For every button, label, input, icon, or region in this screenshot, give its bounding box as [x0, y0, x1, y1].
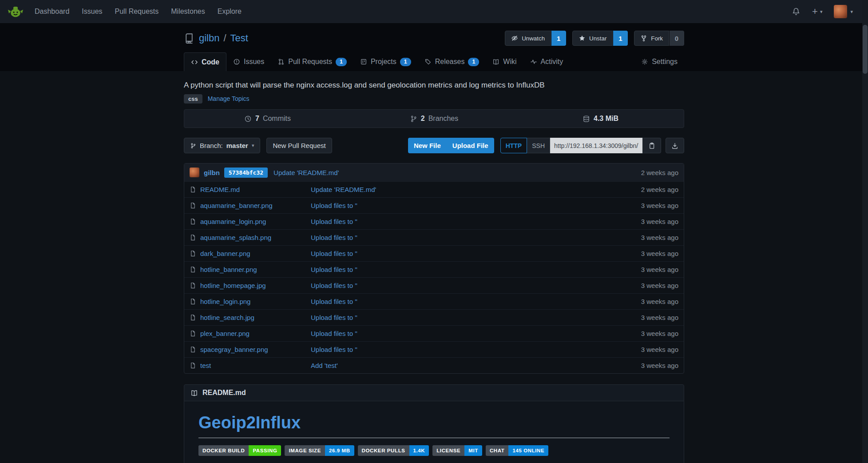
manage-topics-link[interactable]: Manage Topics [208, 95, 250, 102]
file-commit-message[interactable]: Upload files to '' [311, 202, 357, 209]
create-new-menu[interactable]: + ▾ [812, 6, 822, 17]
file-name-link[interactable]: hotline_homepage.jpg [200, 282, 266, 289]
file-commit-message[interactable]: Upload files to '' [311, 266, 357, 273]
commit-message-link[interactable]: Update 'README.md' [273, 169, 339, 176]
readme-header: README.md [184, 384, 684, 401]
page-scrollbar [862, 0, 868, 463]
branches-label: Branches [428, 115, 459, 123]
download-button[interactable] [666, 138, 684, 153]
file-commit-message[interactable]: Upload files to '' [311, 250, 357, 257]
tabs-spacer [570, 52, 634, 71]
watch-count[interactable]: 1 [551, 31, 566, 46]
file-age: 3 weeks ago [641, 298, 678, 305]
readme-badges: DOCKER BUILD PASSING IMAGE SIZE 26.9 MB … [198, 445, 670, 463]
unwatch-button[interactable]: Unwatch [505, 31, 551, 46]
copy-url-button[interactable] [642, 138, 661, 153]
tab-wiki[interactable]: Wiki [486, 52, 523, 71]
readme-badge[interactable]: IMAGE SIZE 26.9 MB [285, 445, 354, 456]
file-name-link[interactable]: hotline_login.png [200, 298, 250, 305]
new-pull-request-button[interactable]: New Pull Request [266, 138, 332, 153]
star-count[interactable]: 1 [613, 31, 628, 46]
tab-projects[interactable]: Projects 1 [353, 52, 418, 71]
code-icon [191, 59, 198, 66]
fork-button[interactable]: Fork [634, 31, 669, 46]
tab-label: Releases [435, 58, 465, 66]
book-icon [492, 58, 499, 65]
file-name-link[interactable]: aquamarine_banner.png [200, 202, 273, 209]
user-menu[interactable]: ▾ [834, 5, 853, 18]
commit-author-link[interactable]: gilbn [204, 169, 220, 176]
file-row: hotline_login.png Upload files to '' 3 w… [184, 293, 684, 309]
tab-activity[interactable]: Activity [523, 52, 570, 71]
upload-file-button[interactable]: Upload File [447, 138, 494, 153]
tab-label: Pull Requests [288, 58, 332, 66]
file-name-link[interactable]: spacegray_banner.png [200, 346, 268, 353]
badge-value: 26.9 MB [325, 445, 354, 456]
file-icon [190, 298, 196, 305]
tab-issues[interactable]: Issues [226, 52, 271, 71]
tab-settings[interactable]: Settings [634, 52, 684, 71]
teapot-logo [8, 4, 24, 20]
navbar-item[interactable]: Dashboard [28, 0, 75, 23]
file-name-link[interactable]: test [200, 362, 211, 369]
branches-stat[interactable]: 2 Branches [351, 110, 517, 128]
tab-code[interactable]: Code [184, 52, 226, 71]
readme-badge[interactable]: DOCKER PULLS 1.4K [358, 445, 429, 456]
branch-icon [190, 143, 196, 149]
notifications-bell-icon[interactable] [792, 7, 801, 16]
file-name-link[interactable]: aquamarine_login.png [200, 218, 266, 225]
history-clock-icon [244, 115, 252, 123]
ssh-protocol-button[interactable]: SSH [527, 138, 550, 153]
badge-label: DOCKER PULLS [358, 445, 409, 456]
file-commit-message[interactable]: Upload files to '' [311, 314, 357, 321]
readme-badge[interactable]: CHAT 145 ONLINE [486, 445, 548, 456]
file-name-link[interactable]: plex_banner.png [200, 330, 250, 337]
tab-pull-requests[interactable]: Pull Requests 1 [271, 52, 353, 71]
file-commit-message[interactable]: Upload files to '' [311, 234, 357, 241]
clone-url-input[interactable] [550, 138, 642, 153]
repo-owner-link[interactable]: gilbn [199, 32, 219, 44]
readme-body: Geoip2Influx DOCKER BUILD PASSING IMAGE … [184, 401, 684, 463]
branch-dropdown[interactable]: Branch: master ▾ [184, 138, 260, 153]
file-commit-message[interactable]: Add 'test' [311, 362, 338, 369]
file-row: README.md Update 'README.md' 2 weeks ago [184, 181, 684, 197]
navbar-item[interactable]: Explore [211, 0, 248, 23]
file-commit-message[interactable]: Upload files to '' [311, 346, 357, 353]
file-name-link[interactable]: hotline_banner.png [200, 266, 257, 273]
tab-releases[interactable]: Releases 1 [418, 52, 486, 71]
file-commit-message[interactable]: Update 'README.md' [311, 186, 376, 193]
file-name-link[interactable]: dark_banner.png [200, 250, 250, 257]
file-commit-message[interactable]: Upload files to '' [311, 218, 357, 225]
readme-badge[interactable]: DOCKER BUILD PASSING [198, 445, 281, 456]
navbar-item[interactable]: Issues [75, 0, 108, 23]
size-stat[interactable]: 4.3 MiB [517, 110, 684, 128]
file-commit-message[interactable]: Upload files to '' [311, 282, 357, 289]
unstar-button[interactable]: Unstar [572, 31, 613, 46]
repo-separator: / [223, 32, 226, 44]
tab-label: Issues [244, 58, 264, 66]
navbar-item[interactable]: Pull Requests [109, 0, 165, 23]
readme-badge[interactable]: LICENSE MIT [432, 445, 482, 456]
commit-author-avatar[interactable] [190, 168, 199, 177]
eye-slash-icon [511, 35, 518, 42]
commits-stat[interactable]: 7 Commits [184, 110, 351, 128]
gitea-logo-icon[interactable] [7, 3, 24, 20]
badge-label: DOCKER BUILD [198, 445, 249, 456]
file-name-link[interactable]: hotline_search.jpg [200, 314, 254, 321]
new-file-button[interactable]: New File [408, 138, 447, 153]
http-protocol-button[interactable]: HTTP [500, 138, 527, 153]
topic-chip[interactable]: css [184, 94, 202, 104]
file-name-link[interactable]: aquamarine_splash.png [200, 234, 271, 241]
commit-sha-badge[interactable]: 57384bfc32 [224, 168, 268, 178]
repo-name-link[interactable]: Test [230, 32, 248, 44]
fork-count[interactable]: 0 [669, 31, 684, 46]
file-icon [190, 218, 196, 225]
file-age: 3 weeks ago [641, 202, 678, 209]
file-commit-message[interactable]: Upload files to '' [311, 330, 357, 337]
file-name-link[interactable]: README.md [200, 186, 240, 193]
file-commit-message[interactable]: Upload files to '' [311, 298, 357, 305]
badge-label: CHAT [486, 445, 509, 456]
navbar-item[interactable]: Milestones [165, 0, 211, 23]
scrollbar-thumb[interactable] [863, 25, 868, 74]
project-board-icon [360, 58, 367, 65]
